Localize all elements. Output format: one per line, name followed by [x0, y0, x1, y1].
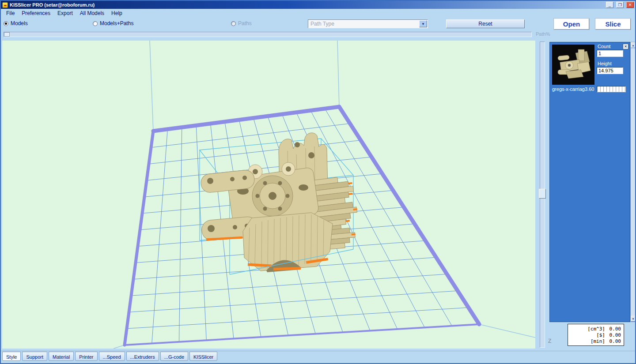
path-percent-slider-thumb[interactable] — [4, 32, 10, 37]
estimate-stats-box: [cm^3] 0.00 [$] 0.00 [min] 0.00 — [568, 324, 624, 346]
close-button-icon[interactable]: ✕ — [626, 2, 634, 8]
radio-models-icon[interactable] — [4, 21, 8, 26]
height-label: Height — [598, 61, 612, 66]
app-icon — [2, 2, 8, 8]
menu-export[interactable]: Export — [54, 9, 76, 17]
tab-gcode[interactable]: ...G-code — [160, 352, 188, 361]
z-axis-label: Z — [548, 338, 551, 344]
tab-kisslicer[interactable]: KISSlicer — [189, 352, 217, 361]
model-close-icon[interactable]: ✕ — [623, 44, 628, 49]
model-scale-slider[interactable] — [597, 86, 626, 92]
vertical-slider[interactable] — [537, 41, 548, 349]
tab-printer[interactable]: Printer — [75, 352, 97, 361]
radio-models-paths[interactable]: Models+Paths — [93, 20, 133, 26]
tab-style[interactable]: Style — [2, 352, 21, 361]
menu-preferences[interactable]: Preferences — [18, 9, 54, 17]
radio-paths: Paths — [231, 20, 252, 26]
radio-models[interactable]: Models — [4, 20, 28, 26]
menu-all-models[interactable]: All Models — [76, 9, 108, 17]
path-type-dropdown[interactable]: Path Type ▼ — [308, 19, 428, 28]
reset-button[interactable]: Reset — [446, 19, 525, 28]
model-scale-value: 3.60 — [585, 86, 594, 92]
stats-time-label: [min] — [591, 338, 605, 344]
radio-paths-icon — [231, 21, 236, 26]
tab-speed[interactable]: ...Speed — [99, 352, 125, 361]
menu-file[interactable]: File — [3, 9, 18, 17]
slice-button[interactable]: Slice — [595, 19, 631, 30]
title-bar[interactable]: KISSlicer PRO (setar@roboforum.ru) _ ❒ ✕ — [1, 1, 635, 9]
settings-tab-bar: Style Support Material Printer ...Speed … — [1, 351, 635, 362]
stats-cost-label: [$] — [596, 332, 605, 338]
minimize-button-icon[interactable]: _ — [606, 2, 613, 8]
path-percent-label: Path% — [536, 31, 550, 37]
path-type-value: Path Type — [308, 21, 419, 27]
stats-row-volume: [cm^3] 0.00 — [568, 326, 621, 332]
vertical-slider-track[interactable] — [540, 41, 545, 348]
model-thumbnail[interactable] — [552, 45, 594, 85]
height-input[interactable] — [597, 67, 623, 74]
count-label: Count — [598, 44, 610, 49]
radio-models-label: Models — [11, 20, 28, 26]
model-name: gregs-x-carriage — [552, 86, 585, 92]
viewport-3d-scene[interactable] — [2, 41, 535, 349]
radio-paths-label: Paths — [238, 20, 252, 26]
window-title: KISSlicer PRO (setar@roboforum.ru) — [10, 2, 603, 8]
scroll-down-icon[interactable]: ▼ — [631, 316, 636, 322]
model-thumbnail-render — [553, 45, 594, 84]
open-button[interactable]: Open — [554, 19, 589, 30]
vertical-slider-thumb[interactable] — [539, 189, 546, 199]
models-panel: Count Height ✕ gregs-x-carriage 3.60 — [549, 42, 630, 322]
radio-models-paths-icon[interactable] — [93, 21, 98, 26]
menu-bar: File Preferences Export All Models Help — [1, 9, 635, 18]
path-percent-slider[interactable] — [4, 32, 532, 37]
stats-row-cost: [$] 0.00 — [568, 332, 621, 338]
stats-row-time: [min] 0.00 — [568, 338, 621, 344]
chevron-down-icon[interactable]: ▼ — [419, 20, 427, 27]
stats-volume-value: 0.00 — [608, 326, 621, 332]
stats-time-value: 0.00 — [608, 338, 621, 344]
stats-volume-label: [cm^3] — [587, 326, 605, 332]
stats-cost-value: 0.00 — [608, 332, 621, 338]
count-input[interactable] — [597, 50, 623, 57]
scroll-up-icon[interactable]: ▲ — [631, 42, 636, 48]
menu-help[interactable]: Help — [108, 9, 126, 17]
models-panel-scrollbar[interactable]: ▲ ▼ — [630, 42, 636, 322]
radio-models-paths-label: Models+Paths — [100, 20, 133, 26]
tab-support[interactable]: Support — [22, 352, 47, 361]
tab-material[interactable]: Material — [49, 352, 74, 361]
tab-extruders[interactable]: ...Extruders — [126, 352, 159, 361]
maximize-button-icon[interactable]: ❒ — [616, 2, 624, 8]
viewport-3d[interactable] — [2, 41, 535, 349]
